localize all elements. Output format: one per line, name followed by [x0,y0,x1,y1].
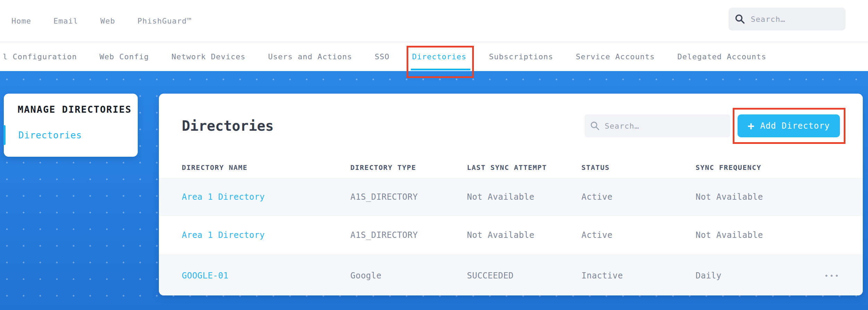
tab-network-devices[interactable]: Network Devices [171,42,246,71]
active-tab-underline [411,69,471,70]
tab-web-config[interactable]: Web Config [100,42,149,71]
directory-type-cell: A1S_DIRECTORY [350,230,467,240]
table-header-row: DIRECTORY NAME DIRECTORY TYPE LAST SYNC … [159,137,863,178]
top-nav-items: Home Email Web PhishGuard™ [0,17,192,25]
tab-email-configuration[interactable]: l Configuration [3,42,77,71]
content-area: MANAGE DIRECTORIES Directories Directori… [0,71,868,310]
sidebar-item-directories[interactable]: Directories [4,125,138,145]
page-title: Directories [182,118,274,134]
add-directory-button[interactable]: + Add Directory [738,114,840,137]
status-cell: Active [581,230,696,240]
tab-delegated-accounts[interactable]: Delegated Accounts [678,42,766,71]
global-search[interactable] [729,8,845,31]
add-directory-button-wrap: + Add Directory [738,114,840,137]
global-search-input[interactable] [751,15,839,24]
tab-directories-label: Directories [412,52,467,61]
last-sync-attempt-cell: Not Available [467,230,581,240]
column-header-sync-frequency: SYNC FREQUENCY [696,163,808,172]
panel-header: Directories + Add Directory [159,94,863,137]
column-header-last-sync-attempt: LAST SYNC ATTEMPT [467,163,581,172]
active-item-indicator [3,125,6,145]
last-sync-attempt-cell: SUCCEEDED [467,271,581,281]
add-directory-label: Add Directory [760,121,830,131]
tab-directories[interactable]: Directories [412,42,467,71]
search-icon [590,121,600,131]
directories-panel: Directories + Add Directory [159,94,863,295]
section-tab-bar: l Configuration Web Config Network Devic… [0,42,868,71]
directory-name-link[interactable]: Area 1 Directory [182,192,350,202]
tab-sso[interactable]: SSO [375,42,390,71]
nav-item-email[interactable]: Email [53,17,78,25]
table-row: Area 1 Directory A1S_DIRECTORY Not Avail… [159,178,863,216]
search-icon [735,14,745,24]
status-cell: Inactive [581,271,696,281]
sidebar-item-label: Directories [18,130,82,140]
table-row: Area 1 Directory A1S_DIRECTORY Not Avail… [159,216,863,254]
sync-frequency-cell: Not Available [696,230,808,240]
nav-item-web[interactable]: Web [100,17,115,25]
directory-type-cell: A1S_DIRECTORY [350,192,467,202]
tab-users-and-actions[interactable]: Users and Actions [268,42,352,71]
status-cell: Active [581,192,696,202]
manage-directories-card: MANAGE DIRECTORIES Directories [4,94,138,157]
sync-frequency-cell: Not Available [696,192,808,202]
column-header-directory-type: DIRECTORY TYPE [350,163,467,172]
column-header-directory-name: DIRECTORY NAME [182,163,350,172]
top-nav: Home Email Web PhishGuard™ [0,0,868,42]
sync-frequency-cell: Daily [696,271,808,281]
table-row: GOOGLE-01 Google SUCCEEDED Inactive Dail… [159,254,863,295]
row-actions-menu-icon[interactable]: ••• [808,272,840,280]
directory-name-link[interactable]: Area 1 Directory [182,230,350,240]
directory-name-link[interactable]: GOOGLE-01 [182,271,350,281]
nav-item-home[interactable]: Home [11,17,31,25]
directory-type-cell: Google [350,271,467,281]
column-header-status: STATUS [581,163,696,172]
directories-search[interactable] [585,114,730,137]
plus-icon: + [748,120,755,131]
screen: Home Email Web PhishGuard™ l Configurati… [0,0,868,310]
tab-service-accounts[interactable]: Service Accounts [576,42,655,71]
tab-subscriptions[interactable]: Subscriptions [489,42,553,71]
sidebar-title: MANAGE DIRECTORIES [4,94,138,115]
directories-search-input[interactable] [605,122,725,130]
nav-item-phishguard[interactable]: PhishGuard™ [137,17,192,25]
last-sync-attempt-cell: Not Available [467,192,581,202]
